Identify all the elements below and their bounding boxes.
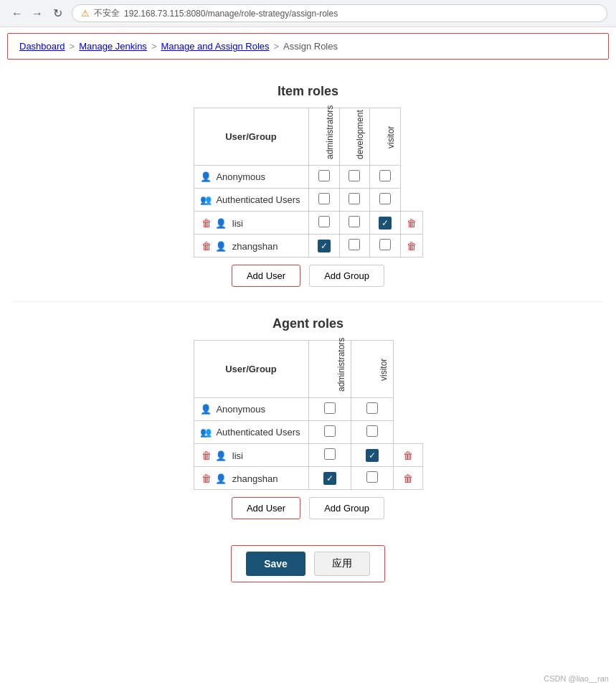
item-auth-check-2 xyxy=(369,189,401,212)
single-user-icon: 👤 xyxy=(215,450,227,461)
agent-add-group-button[interactable]: Add Group xyxy=(309,497,384,519)
address-bar[interactable]: ⚠ 不安全 192.168.73.115:8080/manage/role-st… xyxy=(72,4,607,22)
item-auth-users-cell: 👥 Authenticated Users xyxy=(194,189,308,212)
lock-icon: ⚠ xyxy=(81,8,90,19)
item-roles-user-group-header: User/Group xyxy=(194,108,308,166)
single-user-icon: 👤 xyxy=(215,218,227,229)
item-lisi-label: lisi xyxy=(232,218,243,229)
agent-lisi-delete-button[interactable]: 🗑 xyxy=(200,450,213,461)
agent-zhangshan-label: zhangshan xyxy=(232,473,278,484)
item-roles-col-visitor: visitor xyxy=(369,108,401,166)
item-add-group-button[interactable]: Add Group xyxy=(309,265,384,287)
breadcrumb-dashboard[interactable]: Dashboard xyxy=(19,41,65,52)
agent-auth-users-cell: 👥 Authenticated Users xyxy=(194,421,308,444)
agent-roles-table-wrapper: User/Group administrators visitor 👤 Anon… xyxy=(14,340,602,490)
agent-anonymous-user-cell: 👤 Anonymous xyxy=(194,398,308,421)
item-lisi-check-0 xyxy=(308,212,340,235)
reload-button[interactable]: ↻ xyxy=(49,5,66,22)
item-roles-table-wrapper: User/Group administrators development vi… xyxy=(14,108,602,257)
agent-add-user-button[interactable]: Add User xyxy=(232,497,300,519)
agent-lisi-checked-blue[interactable]: ✓ xyxy=(366,449,379,462)
item-auth-check-1 xyxy=(340,189,369,212)
table-row: 👤 Anonymous xyxy=(194,398,422,421)
agent-lisi-cell: 🗑 👤 lisi xyxy=(194,444,308,467)
breadcrumb: Dashboard > Manage Jenkins > Manage and … xyxy=(7,33,609,60)
item-zhangshan-label: zhangshan xyxy=(232,241,278,252)
breadcrumb-manage-jenkins[interactable]: Manage Jenkins xyxy=(79,41,147,52)
save-apply-area: Save 应用 xyxy=(231,545,385,582)
agent-zhangshan-cell: 🗑 👤 zhangshan xyxy=(194,467,308,490)
save-button[interactable]: Save xyxy=(246,552,305,576)
item-anonymous-check-1 xyxy=(340,166,369,189)
item-auth-users-label: Authenticated Users xyxy=(216,194,300,205)
item-lisi-checked-blue[interactable]: ✓ xyxy=(379,217,392,230)
agent-anonymous-check-1 xyxy=(351,398,393,421)
item-roles-table: User/Group administrators development vi… xyxy=(194,108,423,257)
group-user-icon: 👥 xyxy=(200,427,212,438)
item-lisi-check-2: ✓ xyxy=(369,212,401,235)
group-user-icon: 👥 xyxy=(200,194,212,205)
item-anonymous-check-0 xyxy=(308,166,340,189)
agent-roles-user-group-header: User/Group xyxy=(194,341,308,398)
forward-button[interactable]: → xyxy=(29,5,46,22)
agent-zhangshan-delete-button-2[interactable]: 🗑 xyxy=(402,473,414,484)
item-zhangshan-check-0: ✓ xyxy=(308,235,340,257)
item-zhangshan-check-2 xyxy=(369,235,401,257)
browser-nav: ← → ↻ xyxy=(9,5,66,22)
table-row: 🗑 👤 zhangshan ✓ 🗑 xyxy=(194,467,422,490)
agent-auth-check-1 xyxy=(351,421,393,444)
agent-lisi-delete-button-2[interactable]: 🗑 xyxy=(402,450,414,461)
agent-auth-check-0 xyxy=(308,421,351,444)
item-zhangshan-check-1 xyxy=(340,235,369,257)
agent-zhangshan-delete-button[interactable]: 🗑 xyxy=(200,473,213,484)
item-anonymous-check-2 xyxy=(369,166,401,189)
item-roles-col-development: development xyxy=(340,108,369,166)
agent-roles-table: User/Group administrators visitor 👤 Anon… xyxy=(194,340,423,490)
agent-zhangshan-check-1 xyxy=(351,467,393,490)
item-lisi-delete-button-2[interactable]: 🗑 xyxy=(405,217,418,229)
table-row: 👥 Authenticated Users xyxy=(194,189,422,212)
item-lisi-check-1 xyxy=(340,212,369,235)
agent-roles-title: Agent roles xyxy=(14,316,602,331)
agent-lisi-check-0 xyxy=(308,444,351,467)
breadcrumb-manage-assign-roles[interactable]: Manage and Assign Roles xyxy=(161,41,269,52)
agent-zhangshan-checked-blue[interactable]: ✓ xyxy=(323,472,336,485)
table-row: 🗑 👤 lisi ✓ 🗑 xyxy=(194,212,422,235)
table-row: 👤 Anonymous xyxy=(194,166,422,189)
single-user-icon: 👤 xyxy=(200,171,212,182)
item-zhangshan-delete-button-2[interactable]: 🗑 xyxy=(405,240,418,252)
agent-anonymous-check-0 xyxy=(308,398,351,421)
item-zhangshan-delete-button[interactable]: 🗑 xyxy=(200,240,213,252)
agent-roles-col-visitor: visitor xyxy=(351,341,393,398)
item-anonymous-label: Anonymous xyxy=(216,171,265,182)
table-row: 🗑 👤 zhangshan ✓ 🗑 xyxy=(194,235,422,257)
item-roles-col-administrators: administrators xyxy=(308,108,340,166)
item-zhangshan-cell: 🗑 👤 zhangshan xyxy=(194,235,308,257)
agent-roles-buttons: Add User Add Group xyxy=(14,497,602,519)
item-auth-check-0 xyxy=(308,189,340,212)
single-user-icon: 👤 xyxy=(215,473,227,484)
agent-zhangshan-check-0: ✓ xyxy=(308,467,351,490)
breadcrumb-assign-roles: Assign Roles xyxy=(283,41,338,52)
lock-label: 不安全 xyxy=(94,7,120,19)
item-lisi-cell: 🗑 👤 lisi xyxy=(194,212,308,235)
agent-roles-col-administrators: administrators xyxy=(308,341,351,398)
item-lisi-delete-button[interactable]: 🗑 xyxy=(200,217,213,229)
apply-button[interactable]: 应用 xyxy=(314,552,370,576)
url-text: 192.168.73.115:8080/manage/role-strategy… xyxy=(124,9,338,19)
item-zhangshan-checked-blue[interactable]: ✓ xyxy=(318,240,331,252)
main-content: Item roles User/Group administrators dev… xyxy=(0,65,616,623)
agent-auth-users-label: Authenticated Users xyxy=(216,427,300,438)
item-add-user-button[interactable]: Add User xyxy=(232,265,300,287)
browser-bar: ← → ↻ ⚠ 不安全 192.168.73.115:8080/manage/r… xyxy=(0,0,616,27)
back-button[interactable]: ← xyxy=(9,5,26,22)
table-row: 🗑 👤 lisi ✓ 🗑 xyxy=(194,444,422,467)
agent-lisi-check-1: ✓ xyxy=(351,444,393,467)
item-roles-buttons: Add User Add Group xyxy=(14,265,602,287)
single-user-icon: 👤 xyxy=(200,404,212,415)
agent-anonymous-label: Anonymous xyxy=(216,404,265,415)
table-row: 👥 Authenticated Users xyxy=(194,421,422,444)
item-anonymous-user-cell: 👤 Anonymous xyxy=(194,166,308,189)
item-roles-title: Item roles xyxy=(14,84,602,99)
agent-lisi-label: lisi xyxy=(232,450,243,461)
